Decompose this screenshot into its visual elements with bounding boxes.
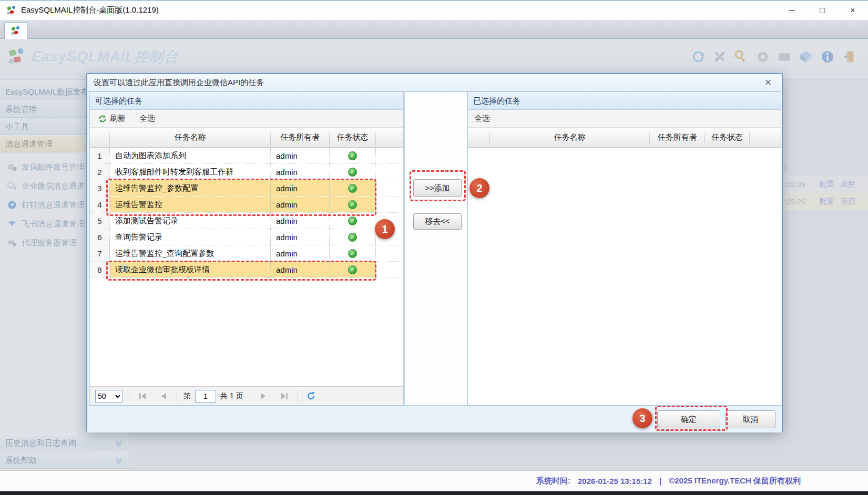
annotation-badge-3: 3 bbox=[632, 408, 652, 428]
tab-strip bbox=[0, 20, 868, 39]
column-task-name: 任务名称 bbox=[110, 128, 271, 147]
column-task-owner: 任务所有者 bbox=[271, 128, 330, 147]
select-all-button[interactable]: 全选 bbox=[139, 114, 155, 123]
window-title: EasySQLMAIL控制台-桌面版(1.0.1219) bbox=[21, 5, 159, 15]
status-ok-icon bbox=[348, 249, 357, 258]
status-bar: 系统时间: 2026-01-25 13:15:12 | ©2025 ITEner… bbox=[0, 470, 868, 491]
table-row[interactable]: 2 收到客服邮件时转发到客服工作群 admin bbox=[90, 164, 403, 180]
available-tasks-panel: 可选择的任务 刷新 全选 任务名称 任务所有者 任务状态 1 bbox=[89, 91, 404, 406]
last-page-button[interactable] bbox=[278, 390, 291, 403]
select-all-button[interactable]: 全选 bbox=[474, 114, 490, 123]
cell-task-status bbox=[330, 148, 376, 163]
dialog-footer: 确定 取消 bbox=[87, 406, 782, 432]
app-logo-icon bbox=[6, 5, 17, 16]
cell-task-name: 添加测试告警记录 bbox=[110, 213, 271, 229]
cell-task-status bbox=[330, 164, 376, 180]
tab-home[interactable] bbox=[4, 22, 27, 39]
cell-task-owner: admin bbox=[271, 148, 330, 163]
cell-task-name: 运维告警监控_参数配置 bbox=[110, 180, 271, 196]
refresh-button[interactable]: 刷新 bbox=[98, 114, 126, 123]
table-header: 任务名称 任务所有者 任务状态 bbox=[468, 128, 781, 148]
cell-task-owner: admin bbox=[271, 213, 330, 229]
page-number-input[interactable] bbox=[195, 390, 216, 403]
dialog-title: 设置可以通过此应用直接调用企业微信API的任务 bbox=[87, 74, 782, 91]
column-task-name: 任务名称 bbox=[490, 128, 650, 147]
cell-task-status bbox=[330, 245, 376, 261]
cell-task-owner: admin bbox=[271, 245, 330, 261]
table-row-selected[interactable]: 8 读取企业微信审批模板详情 admin bbox=[90, 262, 403, 278]
status-ok-icon bbox=[348, 265, 357, 274]
cell-task-owner: admin bbox=[271, 180, 330, 196]
cancel-button[interactable]: 取消 bbox=[726, 410, 775, 428]
column-task-status: 任务状态 bbox=[705, 128, 750, 147]
cell-task-owner: admin bbox=[271, 262, 330, 277]
column-task-status: 任务状态 bbox=[330, 128, 376, 147]
cell-task-name: 运维告警监控_查询配置参数 bbox=[110, 245, 271, 261]
remove-tasks-button[interactable]: 移去<< bbox=[413, 213, 462, 230]
column-task-owner: 任务所有者 bbox=[650, 128, 705, 147]
annotation-badge-2: 2 bbox=[469, 178, 489, 198]
cell-task-name: 读取企业微信审批模板详情 bbox=[110, 262, 271, 277]
cell-task-status bbox=[330, 213, 376, 229]
dialog-close-icon[interactable]: × bbox=[761, 75, 775, 90]
status-ok-icon bbox=[348, 184, 357, 193]
system-time-value: 2026-01-25 13:15:12 bbox=[578, 477, 652, 486]
cell-task-status bbox=[330, 180, 376, 196]
table-row[interactable]: 5 添加测试告警记录 admin bbox=[90, 213, 403, 229]
selected-tasks-panel: 已选择的任务 全选 任务名称 任务所有者 任务状态 bbox=[467, 91, 781, 406]
pagination-bar: 50 第 共 1 页 bbox=[90, 386, 403, 405]
application-window: EasySQLMAIL控制台-桌面版(1.0.1219) ─ □ × ] :02… bbox=[0, 0, 868, 495]
system-time-label: 系统时间: bbox=[536, 476, 570, 486]
table-row-selected[interactable]: 3 运维告警监控_参数配置 admin bbox=[90, 180, 403, 197]
copyright-text: ©2025 ITEnergy.TECH 保留所有权利 bbox=[669, 476, 801, 486]
table-row-selected[interactable]: 4 运维告警监控 admin bbox=[90, 197, 403, 213]
cell-task-name: 自动为图表添加系列 bbox=[110, 148, 271, 163]
status-separator: | bbox=[659, 477, 661, 486]
status-ok-icon bbox=[348, 216, 357, 225]
cell-task-status bbox=[330, 262, 376, 277]
app-background: ] :02:09 配置 应用 :25:26 配置 应用 bbox=[0, 39, 868, 470]
status-ok-icon bbox=[348, 233, 357, 242]
cell-task-status bbox=[330, 197, 376, 212]
maximize-button[interactable]: □ bbox=[807, 1, 838, 20]
cell-task-owner: admin bbox=[271, 164, 330, 180]
close-button[interactable]: × bbox=[838, 1, 868, 20]
annotation-badge-1: 1 bbox=[375, 219, 395, 239]
cell-task-name: 查询告警记录 bbox=[110, 229, 271, 245]
status-ok-icon bbox=[348, 168, 357, 177]
add-tasks-button[interactable]: >>添加 bbox=[413, 179, 462, 197]
page-count-label: 共 1 页 bbox=[220, 391, 243, 401]
ok-button[interactable]: 确定 bbox=[657, 410, 720, 428]
page-size-select[interactable]: 50 bbox=[95, 390, 122, 403]
wechat-api-task-dialog: 设置可以通过此应用直接调用企业微信API的任务 × 可选择的任务 刷新 全选 任… bbox=[86, 73, 783, 432]
taskbar-sliver bbox=[0, 491, 868, 495]
cell-task-owner: admin bbox=[271, 197, 330, 212]
page-label-prefix: 第 bbox=[183, 391, 191, 401]
next-page-button[interactable] bbox=[257, 390, 270, 403]
cell-task-owner: admin bbox=[271, 229, 330, 245]
status-ok-icon bbox=[348, 151, 357, 160]
transfer-controls: >>添加 移去<< bbox=[404, 91, 467, 406]
cell-task-status bbox=[330, 229, 376, 245]
first-page-button[interactable] bbox=[136, 390, 149, 403]
selected-tasks-title: 已选择的任务 bbox=[468, 92, 781, 110]
table-row[interactable]: 6 查询告警记录 admin bbox=[90, 229, 403, 245]
cell-task-name: 运维告警监控 bbox=[110, 197, 271, 212]
minimize-button[interactable]: ─ bbox=[777, 1, 807, 20]
empty-table-body bbox=[468, 148, 781, 405]
reload-page-icon[interactable] bbox=[304, 390, 318, 403]
cell-task-name: 收到客服邮件时转发到客服工作群 bbox=[110, 164, 271, 180]
table-header: 任务名称 任务所有者 任务状态 bbox=[90, 128, 403, 148]
table-row[interactable]: 1 自动为图表添加系列 admin bbox=[90, 148, 403, 164]
status-ok-icon bbox=[348, 200, 357, 209]
window-titlebar: EasySQLMAIL控制台-桌面版(1.0.1219) ─ □ × bbox=[0, 0, 868, 20]
refresh-icon bbox=[98, 115, 107, 123]
prev-page-button[interactable] bbox=[157, 390, 170, 403]
tab-logo-icon bbox=[11, 26, 21, 36]
available-tasks-title: 可选择的任务 bbox=[90, 92, 403, 110]
table-row[interactable]: 7 运维告警监控_查询配置参数 admin bbox=[90, 245, 403, 262]
